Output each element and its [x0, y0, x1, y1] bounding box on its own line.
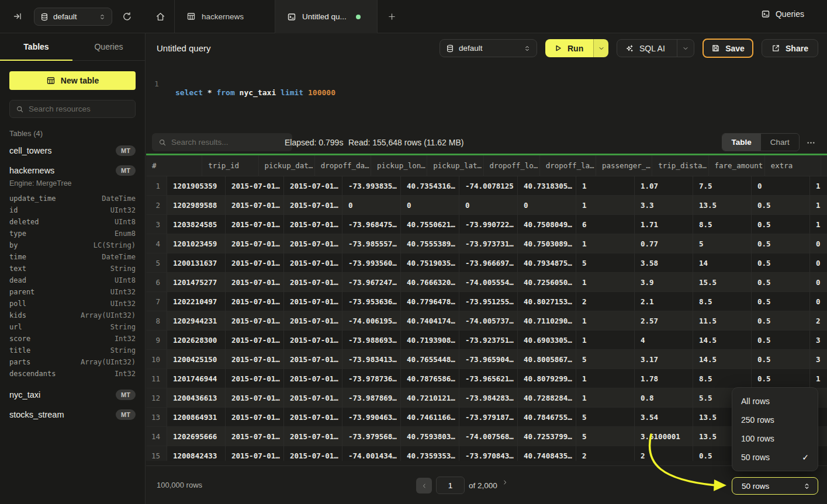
cell[interactable]: 40.7461166… — [401, 408, 459, 427]
column-row[interactable]: update_time DateTime — [9, 193, 136, 204]
column-header[interactable]: passenger_… — [596, 155, 652, 176]
cell[interactable]: 8.5 — [693, 215, 752, 234]
refresh-icon[interactable] — [122, 12, 132, 22]
view-toggle-table[interactable]: Table — [722, 134, 761, 151]
sql-editor[interactable]: 1 select * from nyc_taxi limit 100000 — [146, 63, 827, 131]
cell[interactable]: 40.7354316… — [401, 176, 459, 196]
cell[interactable]: 0.5 — [752, 292, 810, 311]
cell[interactable]: 4 — [635, 331, 693, 350]
cell[interactable]: -73.988693… — [342, 331, 401, 350]
cell[interactable]: -73.990722… — [459, 215, 518, 234]
cell[interactable]: 1 — [576, 196, 635, 215]
cell[interactable]: 1 — [576, 369, 635, 388]
cell[interactable]: 3.3 — [635, 196, 693, 215]
cell[interactable]: 2015-07-01… — [226, 292, 284, 311]
tab-untitled-query[interactable]: Untitled qu... — [275, 0, 378, 33]
cell[interactable]: -73.993835… — [342, 176, 401, 196]
more-options-icon[interactable] — [806, 138, 816, 148]
cell[interactable]: 40.7934875… — [518, 253, 576, 273]
cell[interactable]: 1203824585 — [167, 215, 226, 234]
cell[interactable]: 2015-07-01… — [284, 176, 342, 196]
cell[interactable]: 1 — [576, 388, 635, 408]
cell[interactable]: 0.5 — [752, 331, 810, 350]
sidebar-item-stocks-stream[interactable]: stocks_stream MT — [9, 408, 136, 422]
cell[interactable]: 14.5 — [693, 331, 752, 350]
cell[interactable]: 3.6100001 — [635, 427, 693, 446]
cell[interactable]: 1201475277 — [167, 273, 226, 292]
cell[interactable]: 1202210497 — [167, 292, 226, 311]
queries-panel-button[interactable]: Queries — [761, 9, 804, 19]
cell[interactable]: -73.993560… — [342, 253, 401, 273]
cell[interactable]: 2 — [576, 446, 635, 461]
cell[interactable]: 2 — [576, 292, 635, 311]
cell[interactable]: 2015-07-01… — [284, 253, 342, 273]
column-row[interactable]: poll UInt32 — [9, 298, 136, 310]
cell[interactable]: 40.7359353… — [401, 446, 459, 461]
cell[interactable]: 0 — [342, 196, 401, 215]
cell[interactable]: 2015-07-01… — [284, 350, 342, 369]
cell[interactable]: 40.7876586… — [401, 369, 459, 388]
cell[interactable]: -73.965904… — [459, 350, 518, 369]
cell[interactable]: 14.5 — [693, 350, 752, 369]
cell[interactable]: 1200842433 — [167, 446, 226, 461]
collapse-sidebar-icon[interactable] — [13, 12, 22, 21]
cell[interactable]: 0.8 — [635, 388, 693, 408]
cell[interactable]: 2015-07-01… — [226, 427, 284, 446]
cell[interactable]: 2015-07-01… — [284, 331, 342, 350]
cell[interactable]: 1 — [810, 369, 827, 388]
page-size-select[interactable]: 50 rows — [732, 477, 818, 495]
cell[interactable]: 3.17 — [635, 350, 693, 369]
view-toggle-chart[interactable]: Chart — [761, 134, 800, 151]
cell[interactable]: 2015-07-01… — [226, 408, 284, 427]
run-options-button[interactable] — [593, 39, 608, 57]
share-button[interactable]: Share — [762, 39, 818, 57]
cell[interactable]: 40.8079299… — [518, 369, 576, 388]
cell[interactable]: 1202944231 — [167, 311, 226, 331]
column-header[interactable]: dropoff_lo… — [484, 155, 540, 176]
cell[interactable]: 2015-07-01… — [226, 176, 284, 196]
cell[interactable]: 40.7193908… — [401, 331, 459, 350]
menu-item[interactable]: 100 rows — [732, 429, 818, 448]
next-page-button[interactable] — [501, 479, 508, 486]
cell[interactable]: 40.7404174… — [401, 311, 459, 331]
cell[interactable]: -73.970843… — [459, 446, 518, 461]
cell[interactable]: 40.7288284… — [518, 388, 576, 408]
cell[interactable]: 1200131637 — [167, 253, 226, 273]
cell[interactable]: 3.9 — [635, 273, 693, 292]
new-table-button[interactable]: New table — [9, 71, 136, 90]
cell[interactable]: -74.001434… — [342, 446, 401, 461]
cell[interactable]: 0 — [752, 176, 810, 196]
cell[interactable]: -73.983413… — [342, 350, 401, 369]
column-row[interactable]: kids Array(UInt32) — [9, 310, 136, 321]
cell[interactable]: 2015-07-01… — [284, 427, 342, 446]
cell[interactable]: 1202695666 — [167, 427, 226, 446]
cell[interactable]: 0.5 — [752, 196, 810, 215]
cell[interactable]: 40.7796478… — [401, 292, 459, 311]
cell[interactable]: 0 — [810, 292, 827, 311]
cell[interactable]: 40.7846755… — [518, 408, 576, 427]
cell[interactable]: 5 — [693, 234, 752, 253]
column-header[interactable]: pickup_lat… — [427, 155, 483, 176]
run-button[interactable]: Run — [545, 44, 593, 53]
cell[interactable]: -74.005554… — [459, 273, 518, 292]
cell[interactable]: 1 — [576, 331, 635, 350]
sql-ai-options-button[interactable] — [677, 40, 694, 57]
cell[interactable]: -74.006195… — [342, 311, 401, 331]
cell[interactable]: -73.985557… — [342, 234, 401, 253]
column-header[interactable]: dropoff_da… — [315, 155, 371, 176]
cell[interactable]: 0.5 — [752, 234, 810, 253]
cell[interactable]: 0 — [810, 253, 827, 273]
cell[interactable]: 1202628300 — [167, 331, 226, 350]
cell[interactable]: -73.990463… — [342, 408, 401, 427]
cell[interactable]: 40.7593803… — [401, 427, 459, 446]
tab-hackernews[interactable]: hackernews — [175, 0, 275, 33]
cell[interactable]: -73.987869… — [342, 388, 401, 408]
cell[interactable]: 3.54 — [635, 408, 693, 427]
cell[interactable]: 0 — [810, 234, 827, 253]
cell[interactable]: 15.5 — [693, 273, 752, 292]
sidebar-tab-queries[interactable]: Queries — [72, 33, 145, 60]
cell[interactable]: 8.5 — [693, 292, 752, 311]
cell[interactable]: 0.5 — [752, 253, 810, 273]
cell[interactable]: 40.7318305… — [518, 176, 576, 196]
cell[interactable]: 40.7550621… — [401, 215, 459, 234]
